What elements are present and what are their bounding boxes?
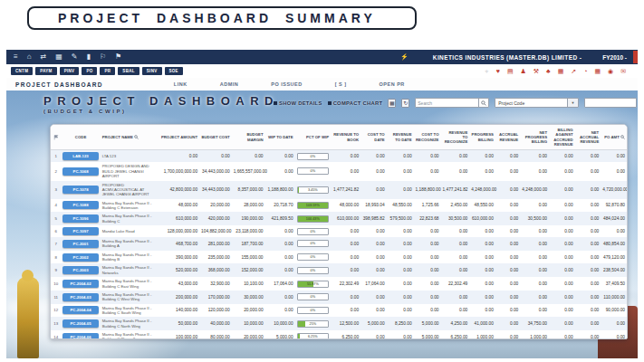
module-button-soe[interactable]: SOE (165, 67, 183, 75)
table-row[interactable]: 8PC-2002Marina Bay Sands Phase II - Buil… (51, 251, 627, 264)
column-header-3[interactable]: PROJECT AMOUNT (158, 125, 199, 150)
column-header-8[interactable]: REVENUE TO BOOK (331, 125, 360, 150)
project-code-pill[interactable]: PC-2004-03 (62, 293, 98, 301)
compact-chart-toggle[interactable]: COMPACT CHART (328, 100, 383, 106)
filter-field-select[interactable]: Project Code ▼ (495, 98, 579, 108)
project-code-pill[interactable]: PC-1088 (62, 201, 98, 209)
module-button-po[interactable]: PO (82, 67, 97, 75)
column-header-16[interactable]: BILLING AGAINST ACCRUED REVENUE (549, 125, 575, 150)
column-header-17[interactable]: NET ACCRUAL REVENUE (575, 125, 601, 150)
breadcrumb-link[interactable]: ADMIN (220, 81, 239, 87)
apps-icon[interactable]: ▦ (55, 50, 62, 64)
metric-cell: 0.00 (414, 237, 441, 251)
grid-view-button[interactable]: ▦ (388, 99, 396, 108)
refresh-button[interactable]: ↻ (401, 99, 409, 108)
column-header-4[interactable]: BUDGET COST (199, 125, 232, 150)
pct-of-wip-cell: 0% (295, 237, 331, 251)
column-header-15[interactable]: NET PROGRESS BILLING (520, 125, 549, 150)
briefcase-icon[interactable]: ▤ (507, 68, 514, 75)
groups-icon[interactable]: ♣ (546, 68, 551, 74)
project-code-pill[interactable]: PC-2004-05 (62, 319, 98, 328)
column-header-9[interactable]: COST TO DATE (360, 125, 387, 150)
project-code-pill[interactable]: PC-2004-02 (62, 280, 98, 288)
target-icon[interactable]: ◉ (608, 68, 613, 75)
breadcrumb-link[interactable]: PO ISSUED (271, 81, 302, 87)
module-button-paym[interactable]: PAYM (35, 67, 56, 75)
column-header-18[interactable]: PO AMT (601, 125, 627, 150)
amount-cell: 20,000.00 (199, 199, 232, 213)
home-icon[interactable]: ⌂ (27, 50, 32, 64)
fiscal-year-selector[interactable]: FY2010 - (602, 54, 627, 61)
column-header-11[interactable]: COST TO RECOGNIZE (414, 125, 441, 150)
company-selector[interactable]: KINETICS INDUSTRIES (MASTER.DB) LIMITED … (433, 54, 582, 61)
flag-outline-icon[interactable]: ⚐ (100, 50, 106, 64)
favorites-icon[interactable]: ♥ (496, 68, 500, 74)
column-header-14[interactable]: ACCRUAL REVENUE (495, 125, 520, 150)
menu-icon[interactable]: ≡ (14, 50, 18, 64)
column-header-10[interactable]: REVENUE TO DATE (387, 125, 414, 150)
table-row[interactable]: 7PC-2001Marina Bay Sands Phase II - Buil… (51, 237, 627, 251)
project-code-pill[interactable]: PC-2002 (62, 253, 98, 262)
amount-cell: 48,000.00 (158, 199, 199, 213)
table-row[interactable]: 6PC-1097Mandai Lake Road128,000,000.0010… (51, 225, 627, 237)
column-header-7[interactable]: PCT OF WIP (295, 125, 331, 150)
amount-cell: 0.00 (265, 162, 295, 180)
table-row[interactable]: 10PC-2004-02Marina Bay Sands Phase II - … (51, 277, 627, 291)
breadcrumb-link[interactable]: [ S ] (335, 81, 347, 87)
mail-icon[interactable]: ✉ (620, 68, 626, 75)
edit-icon[interactable]: ✎ (72, 50, 78, 64)
project-code-pill[interactable]: PC-1078 (62, 186, 98, 194)
project-code-pill[interactable]: PC-1097 (62, 227, 98, 235)
compass-icon[interactable]: ✧ (485, 68, 489, 74)
column-header-5[interactable]: BUDGET MARGIN (232, 125, 265, 150)
reports-icon[interactable]: ▦ (558, 68, 564, 75)
transfer-icon[interactable]: ⇄ (41, 50, 47, 64)
table-row[interactable]: 13PC-2004-05Marina Bay Sands Phase II - … (51, 317, 627, 330)
column-header-1[interactable]: CODE (61, 125, 100, 150)
table-row[interactable]: 9PC-2003Marina Bay Sands Phase II - Netw… (51, 263, 627, 277)
column-header-2[interactable]: PROJECT NAME (101, 125, 159, 150)
flag-icon[interactable]: ⚑ (115, 50, 121, 64)
column-header-0[interactable] (51, 125, 61, 150)
column-header-13[interactable]: PROGRESS BILLING (469, 125, 495, 150)
project-code-pill[interactable]: PC-2003 (62, 266, 98, 274)
project-code-pill[interactable]: LAB-123 (62, 152, 98, 160)
project-code-pill[interactable]: PC-1096 (62, 214, 98, 223)
table-row[interactable]: 5PC-1096Marina Bay Sands Phase II - Buil… (51, 212, 627, 225)
table-row[interactable]: 14PC-2004-06Marina Bay Sands Phase II - … (51, 330, 627, 339)
module-button-cntm[interactable]: CNTM (11, 67, 33, 75)
calendar-icon[interactable]: ▦ (594, 68, 601, 75)
column-header-6[interactable]: WIP TO DATE (265, 125, 295, 150)
project-code-pill[interactable]: PC-2001 (62, 240, 98, 248)
breadcrumb-link[interactable]: LINK (174, 81, 187, 87)
search-icon[interactable] (478, 99, 488, 107)
project-code-pill[interactable]: PC-1068 (62, 167, 98, 176)
table-row[interactable]: 3PC-1078PROPOSED ACMV,ACOUSTICAL AT JEWE… (51, 181, 627, 199)
clock-icon[interactable]: ◔ (583, 68, 587, 74)
search-input[interactable] (416, 99, 478, 107)
table-row[interactable]: 11PC-2004-03Marina Bay Sands Phase II - … (51, 291, 627, 304)
project-code-pill[interactable]: PC-2004-06 (62, 333, 98, 339)
code-cell: PC-2004-05 (61, 317, 100, 330)
table-row[interactable]: 4PC-1088Marina Bay Sands Phase II - Buil… (51, 199, 627, 213)
metric-cell: 41,000.00 (469, 317, 495, 330)
module-button-pinv[interactable]: PINV (60, 67, 80, 75)
module-button-pr[interactable]: PR (100, 67, 115, 75)
table-row[interactable]: 12PC-2004-04Marina Bay Sands Phase II - … (51, 304, 627, 318)
table-row[interactable]: 1LAB-123LTA 1230.000.000.000.000%0.000.0… (51, 150, 627, 163)
project-code-pill[interactable]: PC-2004-04 (62, 306, 98, 314)
org-chart-icon[interactable]: ♟ (521, 68, 526, 75)
bolt-icon[interactable]: ⚡ (400, 53, 409, 61)
code-cell: PC-1068 (61, 162, 100, 180)
table-row[interactable]: 2PC-1068PROPOSED DESIGN AND BUILD JEWEL … (51, 162, 627, 180)
module-button-sinv[interactable]: SINV (142, 67, 162, 75)
chevron-down-icon: ▼ (567, 99, 578, 107)
module-button-sbal[interactable]: SBAL (118, 67, 139, 75)
tools-icon[interactable]: ⚒ (533, 68, 539, 75)
bookmark-icon[interactable]: ▮ (86, 50, 90, 64)
show-details-toggle[interactable]: SHOW DETAILS (274, 100, 322, 106)
filter-value-input[interactable] (584, 98, 637, 108)
trend-icon[interactable]: ↗ (571, 68, 576, 75)
column-header-12[interactable]: REVENUE TO RECOGNIZE (440, 125, 469, 150)
breadcrumb-link[interactable]: OPEN PR (380, 81, 405, 87)
